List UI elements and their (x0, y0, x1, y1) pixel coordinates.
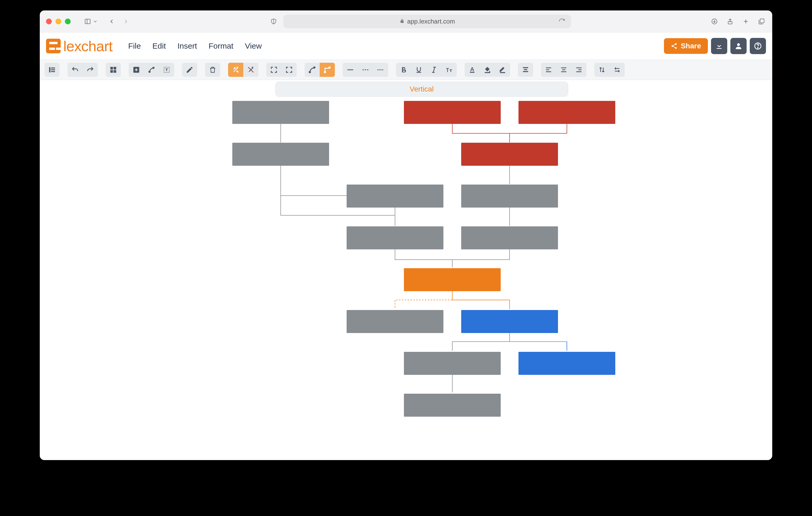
delete-button[interactable] (205, 63, 220, 77)
svg-rect-17 (51, 69, 55, 70)
line-dotted-button[interactable] (373, 63, 388, 77)
auto-layout-button[interactable] (228, 63, 243, 77)
bold-button[interactable] (396, 63, 411, 77)
edit-pencil-button[interactable] (182, 63, 197, 77)
border-color-button[interactable] (495, 63, 510, 77)
line-solid-button[interactable] (343, 63, 358, 77)
svg-line-36 (433, 67, 435, 72)
svg-rect-40 (523, 67, 528, 68)
menu-insert[interactable]: Insert (177, 41, 197, 51)
reload-icon[interactable] (557, 17, 567, 26)
app-header: lexchart File Edit Insert Format View Sh… (40, 32, 772, 60)
chart-node[interactable] (347, 226, 443, 249)
chart-node[interactable] (347, 310, 443, 333)
minimize-window-button[interactable] (55, 19, 61, 24)
layout-horizontal-button[interactable] (610, 63, 625, 77)
svg-point-12 (737, 43, 740, 46)
forward-button[interactable] (121, 17, 130, 26)
add-text-button[interactable] (159, 63, 174, 77)
vertical-align-button[interactable] (518, 63, 533, 77)
svg-rect-16 (51, 67, 55, 68)
app-logo[interactable]: lexchart (46, 38, 113, 55)
zoom-actual-button[interactable] (282, 63, 297, 77)
logo-icon (46, 39, 61, 53)
add-connector-button[interactable] (144, 63, 159, 77)
chart-node[interactable] (404, 268, 501, 291)
svg-rect-38 (485, 72, 490, 73)
chart-node[interactable] (519, 101, 615, 124)
connector-elbow-button[interactable] (320, 63, 335, 77)
new-tab-icon[interactable] (742, 17, 750, 26)
canvas[interactable]: Vertical (40, 80, 772, 460)
text-size-button[interactable] (442, 63, 457, 77)
download-button[interactable] (711, 38, 727, 54)
fill-color-button[interactable] (480, 63, 495, 77)
privacy-shield-icon[interactable] (269, 17, 278, 26)
back-button[interactable] (107, 17, 116, 26)
zoom-fit-button[interactable] (266, 63, 282, 77)
svg-rect-15 (49, 67, 51, 72)
chart-node[interactable] (347, 185, 443, 208)
connector-curved-button[interactable] (304, 63, 320, 77)
share-icon[interactable] (726, 17, 734, 26)
auto-layout-off-button[interactable] (243, 63, 258, 77)
svg-rect-42 (523, 71, 528, 72)
lock-icon (400, 18, 405, 25)
undo-button[interactable] (67, 63, 83, 77)
menu-view[interactable]: View (245, 41, 262, 51)
redo-button[interactable] (83, 63, 98, 77)
svg-rect-0 (85, 19, 90, 24)
menu-file[interactable]: File (128, 41, 141, 51)
chart-node[interactable] (461, 185, 558, 208)
close-window-button[interactable] (46, 19, 52, 24)
svg-rect-41 (524, 69, 527, 70)
svg-point-10 (671, 45, 673, 47)
maximize-window-button[interactable] (65, 19, 70, 24)
chart-node[interactable] (232, 143, 329, 166)
svg-rect-8 (760, 19, 764, 23)
browser-window: app.lexchart.com lexchart (40, 10, 772, 460)
align-right-button[interactable] (571, 63, 586, 77)
svg-point-11 (675, 47, 677, 49)
underline-button[interactable] (411, 63, 427, 77)
svg-point-29 (324, 71, 326, 73)
logo-text: lexchart (63, 38, 113, 55)
svg-point-9 (675, 43, 677, 45)
select-all-button[interactable] (106, 63, 121, 77)
text-color-button[interactable] (465, 63, 480, 77)
align-center-button[interactable] (556, 63, 571, 77)
chart-node[interactable] (461, 310, 558, 333)
add-box-button[interactable] (129, 63, 144, 77)
chart-node[interactable] (404, 101, 501, 124)
downloads-icon[interactable] (710, 17, 719, 26)
outline-panel-button[interactable] (45, 63, 60, 77)
tabs-overview-icon[interactable] (757, 17, 766, 26)
line-dashed-button[interactable] (358, 63, 373, 77)
svg-rect-19 (110, 67, 113, 69)
svg-rect-22 (114, 70, 116, 73)
layout-vertical-button[interactable] (594, 63, 610, 77)
chart-node[interactable] (461, 143, 558, 166)
account-button[interactable] (730, 38, 747, 54)
menu-format[interactable]: Format (208, 41, 233, 51)
chart-node[interactable] (404, 352, 501, 375)
chart-node[interactable] (404, 394, 501, 417)
chevron-down-icon[interactable] (93, 17, 98, 26)
sidebar-toggle-icon[interactable] (83, 17, 92, 26)
share-button[interactable]: Share (664, 38, 708, 54)
url-text: app.lexchart.com (407, 18, 455, 25)
toolbar (40, 60, 772, 80)
address-bar[interactable]: app.lexchart.com (283, 14, 571, 28)
svg-rect-21 (110, 70, 113, 73)
main-menu: File Edit Insert Format View (128, 41, 262, 51)
menu-edit[interactable]: Edit (152, 41, 166, 51)
svg-rect-37 (470, 72, 474, 73)
help-button[interactable] (750, 38, 766, 54)
chart-node[interactable] (519, 352, 615, 375)
chart-node[interactable] (461, 226, 558, 249)
align-left-button[interactable] (541, 63, 556, 77)
svg-rect-39 (500, 72, 505, 73)
italic-button[interactable] (427, 63, 442, 77)
chart-node[interactable] (232, 101, 329, 124)
svg-rect-20 (114, 67, 116, 69)
